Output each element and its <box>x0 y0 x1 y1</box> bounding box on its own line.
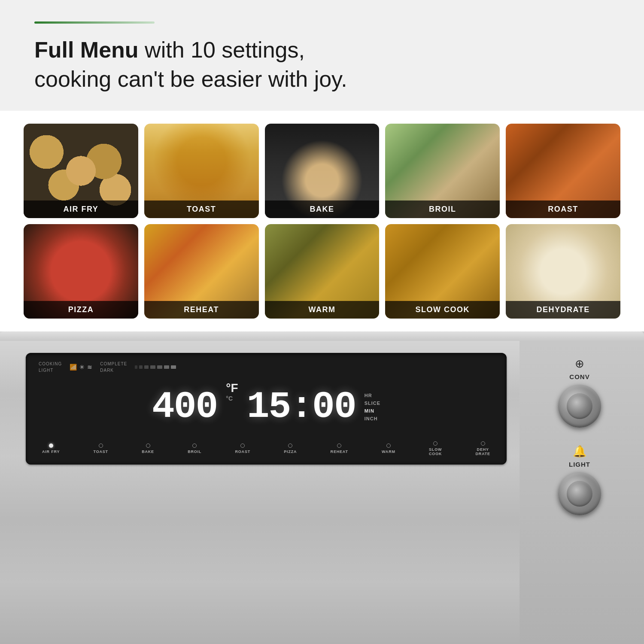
temp-units: °F °C <box>226 376 238 402</box>
mode-dot-dehydrate <box>481 441 485 446</box>
shade-seg-6 <box>164 365 169 369</box>
display-labels-left: COOKING LIGHT <box>39 361 62 373</box>
food-card-warm: WARM <box>265 224 380 319</box>
header-section: Full Menu with 10 settings,cooking can't… <box>0 0 644 111</box>
light-knob[interactable] <box>558 472 601 515</box>
wifi-icon: 📶 <box>70 364 77 371</box>
food-card-dehydrate: DEHYDRATE <box>506 224 620 319</box>
food-card-broil: BROIL <box>385 124 500 218</box>
appliance-top-edge <box>0 331 644 341</box>
mode-btn-warm[interactable]: WARM <box>382 444 395 454</box>
time-units: HR SLICE MIN INCH <box>365 388 380 426</box>
shade-seg-1 <box>135 365 137 369</box>
time-unit-inch: INCH <box>365 416 380 421</box>
shade-seg-4 <box>150 365 155 369</box>
display-top-row: COOKING LIGHT 📶 ✳ ≋ COMPLETE DARK <box>39 361 494 373</box>
header-title: Full Menu with 10 settings,cooking can't… <box>34 36 610 94</box>
food-label-warm: WARM <box>265 301 380 319</box>
conv-control-group: ⊕ CONV <box>558 357 601 428</box>
mode-dot-warm <box>386 444 391 448</box>
mode-btn-label-reheat: REHEAT <box>331 450 348 454</box>
food-label-air-fry: AIR FRY <box>24 200 138 218</box>
display-icons-row: 📶 ✳ ≋ <box>70 364 92 371</box>
temperature-display: 400 <box>152 388 217 426</box>
light-control-group: 🔔 LIGHT <box>558 445 601 515</box>
light-control-icon: 🔔 <box>573 445 586 458</box>
shade-bar <box>135 365 176 369</box>
food-label-reheat: REHEAT <box>144 301 259 319</box>
time-unit-hr: HR <box>365 393 380 398</box>
mode-btn-broil[interactable]: BROIL <box>188 444 201 454</box>
conv-label: CONV <box>569 373 589 380</box>
display-label-dark: DARK <box>100 368 127 373</box>
mode-dot-toast <box>99 444 103 448</box>
fan-icon: ✳ <box>79 364 85 371</box>
shade-seg-5 <box>157 365 162 369</box>
temp-icon: ≋ <box>87 364 92 371</box>
food-card-bake: BAKE <box>265 124 380 218</box>
display-label-cooking: COOKING <box>39 361 62 366</box>
mode-btn-label-dehydrate: DEHYDRATE <box>476 447 490 456</box>
mode-btn-label-bake: BAKE <box>142 450 154 454</box>
temp-unit-f: °F <box>226 381 238 395</box>
time-unit-slice: SLICE <box>365 401 380 406</box>
mode-btn-reheat[interactable]: REHEAT <box>331 444 348 454</box>
mode-dot-pizza <box>288 444 292 448</box>
mode-dot-broil <box>192 444 197 448</box>
conv-knob[interactable] <box>558 385 601 428</box>
mode-btn-label-broil: BROIL <box>188 450 201 454</box>
shade-seg-2 <box>139 365 143 369</box>
fan-control-icon: ⊕ <box>575 357 584 371</box>
food-label-slow-cook: SLOW COOK <box>385 301 500 319</box>
mode-dot-slow-cook <box>433 441 437 446</box>
accent-bar <box>34 21 155 24</box>
mode-dot-reheat <box>337 444 341 448</box>
mode-btn-roast[interactable]: ROAST <box>235 444 251 454</box>
food-card-toast: TOAST <box>144 124 259 218</box>
light-label: LIGHT <box>569 461 590 468</box>
mode-btn-toast[interactable]: TOAST <box>94 444 108 454</box>
food-grid: AIR FRY TOAST BAKE BROIL ROAST PIZZA REH… <box>24 124 620 319</box>
light-button-area[interactable]: 🔔 LIGHT <box>569 445 590 468</box>
shade-seg-3 <box>144 365 149 369</box>
food-card-slow-cook: SLOW COOK <box>385 224 500 319</box>
food-card-air-fry: AIR FRY <box>24 124 138 218</box>
mode-btn-label-warm: WARM <box>382 450 395 454</box>
display-label-light: LIGHT <box>39 368 62 373</box>
mode-btn-air-fry[interactable]: AIR FRY <box>42 444 60 454</box>
time-display: 15:00 <box>247 388 356 426</box>
display-panel: COOKING LIGHT 📶 ✳ ≋ COMPLETE DARK <box>26 353 507 465</box>
conv-button-area[interactable]: ⊕ CONV <box>569 357 589 380</box>
shade-seg-7 <box>171 365 176 369</box>
mode-btn-label-roast: ROAST <box>235 450 251 454</box>
mode-btn-slow-cook[interactable]: SLOWCOOK <box>429 441 442 456</box>
mode-dot-air-fry <box>49 444 53 448</box>
mode-dot-roast <box>240 444 245 448</box>
right-controls: ⊕ CONV 🔔 LIGHT <box>524 349 635 644</box>
food-card-reheat: REHEAT <box>144 224 259 319</box>
food-grid-section: AIR FRY TOAST BAKE BROIL ROAST PIZZA REH… <box>0 111 644 331</box>
food-label-broil: BROIL <box>385 200 500 218</box>
food-label-toast: TOAST <box>144 200 259 218</box>
mode-btn-label-toast: TOAST <box>94 450 108 454</box>
mode-btn-pizza[interactable]: PIZZA <box>284 444 297 454</box>
appliance-section: COOKING LIGHT 📶 ✳ ≋ COMPLETE DARK <box>0 331 644 644</box>
mode-btn-dehydrate[interactable]: DEHYDRATE <box>476 441 490 456</box>
food-label-pizza: PIZZA <box>24 301 138 319</box>
display-labels-complete: COMPLETE DARK <box>100 361 127 373</box>
food-card-roast: ROAST <box>506 124 620 218</box>
display-readout: 400 °F °C 15:00 HR SLICE MIN INCH <box>39 373 494 441</box>
time-unit-min: MIN <box>365 408 380 413</box>
mode-btn-label-pizza: PIZZA <box>284 450 297 454</box>
mode-buttons-row: AIR FRY TOAST BAKE BROIL ROAST <box>39 441 494 456</box>
mode-btn-bake[interactable]: BAKE <box>142 444 154 454</box>
page-wrapper: Full Menu with 10 settings,cooking can't… <box>0 0 644 644</box>
temp-unit-c: °C <box>226 395 238 402</box>
food-label-roast: ROAST <box>506 200 620 218</box>
header-title-bold: Full Menu <box>34 37 139 62</box>
food-label-dehydrate: DEHYDRATE <box>506 301 620 319</box>
food-label-bake: BAKE <box>265 200 380 218</box>
display-label-complete: COMPLETE <box>100 361 127 366</box>
mode-dot-bake <box>146 444 150 448</box>
mode-btn-label-air-fry: AIR FRY <box>42 450 60 454</box>
